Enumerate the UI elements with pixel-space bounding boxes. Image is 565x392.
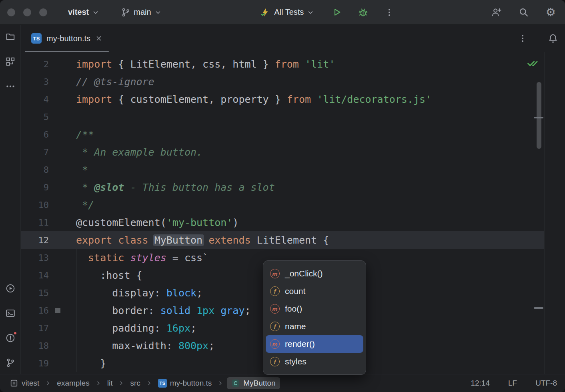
code-line-4[interactable]: 4import { customElement, property } from… (21, 90, 544, 108)
error-badge (13, 331, 17, 335)
line-number: 18 (21, 341, 49, 351)
notifications-bell-icon[interactable] (546, 31, 560, 46)
popup-item-label: foo() (285, 304, 302, 314)
titlebar-center: All Tests (165, 4, 489, 20)
window-controls (7, 8, 47, 16)
breadcrumb-label: vitest (22, 379, 39, 388)
inspections-passed-icon (527, 58, 538, 70)
popup-item-count[interactable]: fcount (266, 282, 363, 300)
settings-button[interactable]: ⚙ (543, 5, 558, 20)
breadcrumb-mybutton[interactable]: MyButton (227, 377, 280, 389)
breadcrumb-vitest[interactable]: vitest (7, 378, 42, 389)
terminal-tool-button[interactable] (2, 305, 18, 321)
status-widgets: 12:14 LF UTF-8 (471, 379, 557, 388)
vitest-run-config-icon (260, 7, 271, 18)
gutter[interactable] (49, 308, 76, 313)
line-number: 17 (21, 323, 49, 333)
line-number: 16 (21, 306, 49, 316)
code-text: import { customElement, property } from … (76, 94, 544, 105)
code-text: * An example button. (76, 146, 544, 158)
git-branch-icon (121, 8, 130, 17)
field-icon: f (270, 286, 280, 296)
indent-guide (76, 249, 76, 372)
breadcrumb-lit[interactable]: lit (105, 378, 115, 389)
code-line-9[interactable]: 9 * @slot - This button has a slot (21, 178, 544, 196)
line-number: 11 (21, 218, 49, 228)
project-selector[interactable]: vitest (65, 5, 102, 19)
caret-position-widget[interactable]: 12:14 (471, 379, 490, 388)
code-text: // @ts-ignore (76, 76, 544, 88)
run-button[interactable] (329, 5, 344, 20)
popup-item-label: name (285, 322, 306, 331)
breadcrumb-src[interactable]: src (128, 378, 142, 389)
popup-item-render[interactable]: mrender() (266, 335, 363, 353)
editor-tab-my-button[interactable]: TS my-button.ts (24, 25, 110, 52)
line-number: 5 (21, 112, 49, 122)
line-separator-widget[interactable]: LF (508, 379, 517, 388)
close-window-button[interactable] (7, 8, 15, 16)
chevron-right-icon (146, 380, 152, 386)
chevron-right-icon (118, 380, 124, 386)
method-icon: m (270, 339, 280, 349)
minimize-window-button[interactable] (23, 8, 31, 16)
code-text: * @slot - This button has a slot (76, 182, 544, 193)
popup-item-styles[interactable]: fstyles (266, 353, 363, 370)
breadcrumb-examples[interactable]: examples (54, 378, 92, 389)
popup-item-name[interactable]: fname (266, 318, 363, 335)
popup-item-label: count (285, 286, 305, 296)
encoding-widget[interactable]: UTF-8 (535, 379, 557, 388)
structure-icon (5, 56, 16, 67)
code-line-10[interactable]: 10 */ (21, 196, 544, 214)
code-line-5[interactable]: 5 (21, 108, 544, 126)
method-icon: m (270, 304, 280, 314)
project-name: vitest (68, 8, 89, 17)
line-number: 9 (21, 182, 49, 192)
tool-window-stripe-left (0, 25, 21, 374)
branch-name: main (134, 8, 151, 17)
code-line-7[interactable]: 7 * An example button. (21, 143, 544, 161)
tab-options-icon[interactable] (515, 31, 530, 46)
code-line-3[interactable]: 3// @ts-ignore (21, 73, 544, 90)
breadcrumb-label: my-button.ts (170, 379, 212, 388)
breadcrumb-label: lit (107, 379, 113, 388)
code-line-8[interactable]: 8 * (21, 161, 544, 178)
code-line-2[interactable]: 2import { LitElement, css, html } from '… (21, 55, 544, 73)
project-tool-button[interactable] (2, 29, 18, 45)
popup-item-_onclick[interactable]: m_onClick() (266, 265, 363, 282)
more-h-icon (5, 81, 16, 92)
version-control-tool-button[interactable] (2, 355, 18, 371)
terminal-icon (5, 308, 16, 318)
chevron-down-icon (154, 9, 162, 16)
run-configuration-selector[interactable]: All Tests (257, 4, 317, 20)
editor-scrollbar-thumb[interactable] (537, 82, 541, 149)
typescript-file-icon: TS (31, 33, 42, 44)
search-everywhere-button[interactable] (516, 5, 531, 20)
titlebar: vitest main All Tests ⚙ (0, 0, 565, 25)
branch-selector[interactable]: main (118, 5, 164, 20)
more-actions-button[interactable] (382, 5, 397, 20)
more-tools-tool-button[interactable] (2, 78, 18, 94)
breadcrumb-label: examples (57, 379, 89, 388)
code-text: export class MyButton extends LitElement… (76, 234, 544, 246)
zoom-window-button[interactable] (39, 8, 47, 16)
git-branch-icon (6, 358, 15, 368)
breadcrumbs: vitestexampleslitsrcTSmy-button.tsMyButt… (7, 377, 280, 389)
debug-button[interactable] (356, 5, 370, 20)
titlebar-left: vitest main (65, 5, 165, 20)
code-line-6[interactable]: 6/** (21, 126, 544, 143)
close-tab-icon[interactable] (95, 35, 102, 42)
editor-tab-bar: TS my-button.ts (21, 25, 565, 52)
stripe-top-group (2, 29, 18, 94)
code-line-11[interactable]: 11@customElement('my-button') (21, 214, 544, 231)
chevron-down-icon (307, 9, 314, 16)
code-with-me-button[interactable] (489, 5, 503, 20)
popup-item-foo[interactable]: mfoo() (266, 300, 363, 318)
problems-tool-button[interactable] (2, 330, 18, 346)
run-tool-button[interactable] (2, 280, 18, 296)
code-line-12[interactable]: 12export class MyButton extends LitEleme… (21, 231, 544, 249)
project-icon (10, 379, 18, 388)
chevron-down-icon (92, 9, 99, 16)
breadcrumb-my-buttonts[interactable]: TSmy-button.ts (156, 378, 214, 389)
structure-tool-button[interactable] (2, 54, 18, 70)
run-circle-icon (5, 283, 16, 294)
